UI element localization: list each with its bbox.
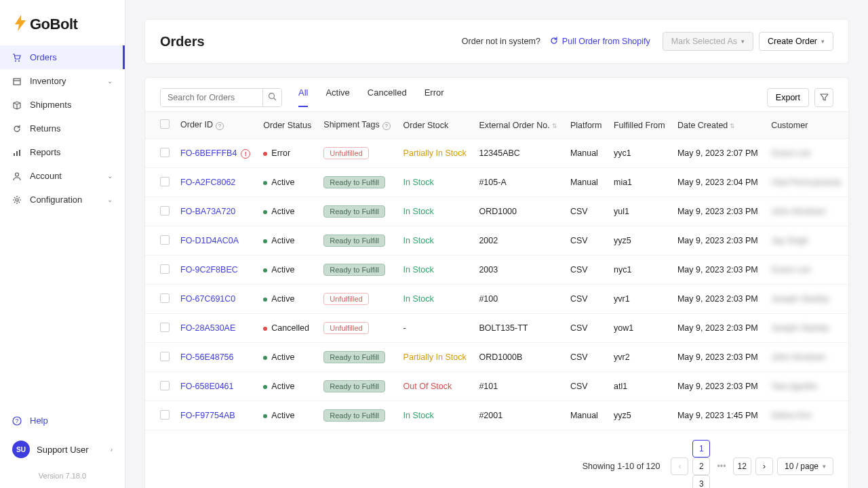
pull-order-button[interactable]: Pull Order from Shopify [550,37,650,47]
order-id-link[interactable]: FO-9C2F8BEC [180,265,238,274]
date-created: May 9, 2023 2:03 PM [672,226,766,256]
page-button[interactable]: 3 [692,475,710,488]
export-button[interactable]: Export [767,88,809,107]
prev-page-button: ‹ [671,458,688,475]
create-order-button[interactable]: Create Order ▾ [759,32,833,51]
page-button[interactable]: 2 [692,458,710,475]
status-dot-icon [263,239,267,243]
order-stock: Out Of Stock [398,372,474,401]
sidebar-item-label: Returns [30,123,113,134]
chevron-down-icon: ⌄ [107,77,113,85]
sidebar-item-orders[interactable]: Orders [0,45,125,69]
svg-point-11 [269,93,275,98]
status-dot-icon [263,414,267,418]
order-stock: Partially In Stock [398,139,474,168]
date-created: May 9, 2023 1:45 PM [672,401,766,430]
order-id-link[interactable]: FO-6BEFFFB4 [180,148,237,158]
sidebar-item-returns[interactable]: Returns [0,117,125,140]
external-order-no: 2002 [473,226,564,256]
col-date-created[interactable]: Date Created⇅ [672,112,766,139]
row-checkbox[interactable] [160,381,170,390]
filter-button[interactable] [814,88,833,107]
status-dot-icon [263,298,267,302]
main: Orders Order not in system? Pull Order f… [125,0,868,488]
row-checkbox[interactable] [160,148,170,157]
page-size-select[interactable]: 10 / page ▾ [777,458,833,475]
row-checkbox[interactable] [160,206,170,216]
col-external-no[interactable]: External Order No.⇅ [473,112,564,139]
order-id-link[interactable]: FO-28A530AE [180,323,235,333]
col-order-id[interactable]: Order ID? [175,112,258,139]
filter-icon [820,93,829,102]
fulfilled-from: yyc1 [608,139,672,168]
order-stock: In Stock [398,197,474,226]
order-id-link[interactable]: FO-67C691C0 [180,294,235,304]
date-created: May 9, 2023 2:03 PM [672,343,766,372]
gear-icon [12,195,22,205]
order-id-link[interactable]: FO-D1D4AC0A [180,236,239,245]
order-status: Active [258,226,318,256]
order-status: Active [258,168,318,197]
row-checkbox[interactable] [160,293,170,303]
sidebar-item-configuration[interactable]: Configuration⌄ [0,188,125,211]
order-not-in-system-hint: Order not in system? [462,37,540,46]
row-checkbox[interactable] [160,177,170,186]
order-status: Active [258,401,318,430]
row-checkbox[interactable] [160,264,170,274]
row-checkbox[interactable] [160,235,170,245]
search-input[interactable] [161,89,262,106]
col-fulfilled-from: Fulfilled From [608,112,672,139]
table-row: FO-D1D4AC0AActiveReady to FulfillIn Stoc… [145,226,848,256]
date-created: May 9, 2023 2:03 PM [672,285,766,314]
sidebar-item-label: Orders [30,52,113,62]
svg-point-8 [16,199,18,201]
shipment-tag: Ready to Fulfill [323,264,385,276]
svg-rect-2 [14,79,20,85]
order-id-link[interactable]: FO-F97754AB [180,411,235,420]
user-name: Support User [37,445,104,455]
mark-selected-button: Mark Selected As ▾ [663,32,753,51]
platform: CSV [565,285,608,314]
error-icon: ! [241,149,250,159]
status-dot-icon [263,327,267,331]
tab-cancelled[interactable]: Cancelled [368,87,407,107]
sidebar-item-inventory[interactable]: Inventory⌄ [0,69,125,93]
order-id-link[interactable]: FO-BA73A720 [180,207,235,216]
external-order-no: #100 [473,285,564,314]
tab-all[interactable]: All [298,87,308,107]
external-order-no: #2001 [473,401,564,430]
shipment-tag: Ready to Fulfill [323,205,385,218]
search-button[interactable] [262,89,281,106]
shipment-tag: Ready to Fulfill [323,409,385,422]
page-header: Orders Order not in system? Pull Order f… [144,19,849,64]
sidebar-item-account[interactable]: Account⌄ [0,164,125,188]
platform: CSV [565,314,608,343]
order-id-link[interactable]: FO-A2FC8062 [180,178,235,187]
tab-active[interactable]: Active [326,87,349,107]
row-checkbox[interactable] [160,352,170,361]
toolbar: AllActiveCancelledError Export [145,78,848,107]
page-button[interactable]: 12 [733,458,751,475]
info-icon: ? [216,122,224,130]
page-button[interactable]: 1 [692,440,710,458]
tab-error[interactable]: Error [425,87,444,107]
table-row: FO-9C2F8BECActiveReady to FulfillIn Stoc… [145,256,848,285]
shipment-tag: Ready to Fulfill [323,351,385,363]
customer: Selina Kim [766,401,848,430]
order-id-link[interactable]: FO-658E0461 [180,382,234,391]
sidebar-item-shipments[interactable]: Shipments [0,93,125,117]
info-icon: ? [382,122,391,130]
next-page-button[interactable]: › [755,458,773,475]
select-all-checkbox[interactable] [160,119,170,129]
row-checkbox[interactable] [160,410,170,420]
user-row[interactable]: SU Support User › [0,432,125,466]
col-customer: Customer [766,112,848,139]
order-id-link[interactable]: FO-56E48756 [180,352,234,362]
svg-point-7 [16,173,19,176]
order-status: Error [258,139,318,168]
sidebar-item-reports[interactable]: Reports [0,140,125,164]
svg-line-12 [274,98,277,100]
row-checkbox[interactable] [160,323,170,332]
orders-card: AllActiveCancelledError Export Order ID?… [144,77,849,488]
help-link[interactable]: ? Help [0,409,125,432]
